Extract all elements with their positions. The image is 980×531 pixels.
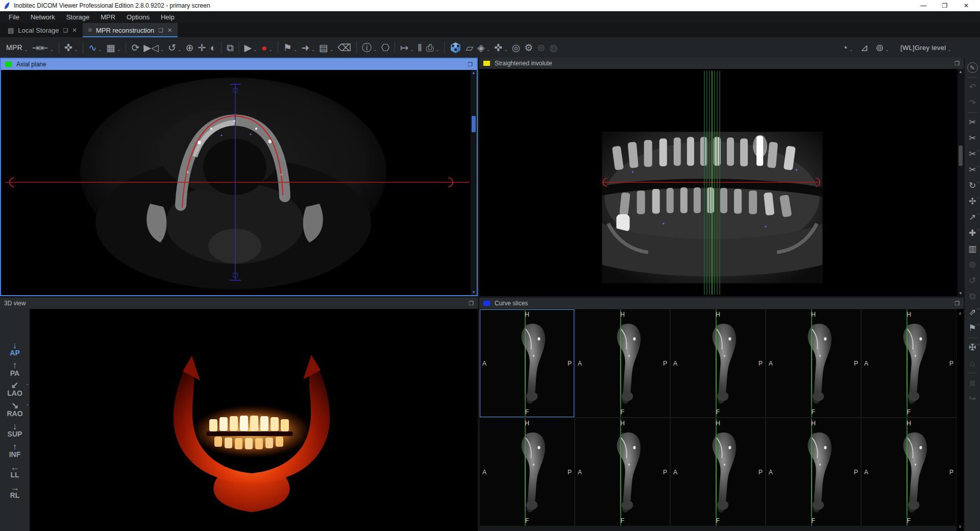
tab-expand-icon[interactable]: ❏ — [158, 27, 163, 34]
curve-slice-tile[interactable]: H A P F — [766, 418, 861, 526]
menu-options[interactable]: Options — [121, 12, 155, 22]
cut-polygon-button[interactable]: ✂ — [965, 114, 980, 130]
fit-zoom-button[interactable]: ⇗ ⌄ — [965, 304, 980, 320]
orient-inf-button[interactable]: ↑ INF — [9, 443, 21, 458]
dropdown-caret-icon[interactable]: ⌄ — [976, 306, 979, 310]
move-patient-button[interactable]: ✜⌄ — [492, 39, 509, 56]
dropdown-caret-icon[interactable]: ⌄ — [117, 47, 121, 52]
orient-rao-button[interactable]: ↘ RAO ⌄ — [7, 402, 22, 418]
dropdown-caret-icon[interactable]: ⌄ — [24, 47, 28, 52]
3d-viewport[interactable]: ↓ AP ↑ PA ↙ LAO ⌄ ↘ RAO ⌄ ↓ SUP ↑ INF ← … — [0, 309, 478, 531]
dropdown-caret-icon[interactable]: ⌄ — [311, 47, 315, 52]
dropdown-caret-icon[interactable]: ⌄ — [976, 196, 979, 200]
dropdown-caret-icon[interactable]: ⌄ — [410, 47, 414, 52]
panel-maximize-icon[interactable]: ❐ — [954, 60, 960, 67]
rotate-view-button[interactable]: ⟳ — [129, 39, 141, 56]
scroll-thumb[interactable] — [472, 116, 476, 132]
eraser-button[interactable]: ⌫ — [335, 39, 353, 56]
dropdown-caret-icon[interactable]: ⌄ — [268, 47, 273, 52]
slices-scroll-down-icon[interactable]: ∨ — [957, 524, 963, 529]
dropdown-caret-icon[interactable]: ⌄ — [976, 227, 979, 231]
orient-rl-button[interactable]: → RL — [10, 484, 20, 499]
contrast-tool-button[interactable]: ◐ — [208, 39, 217, 56]
dropdown-caret-icon[interactable]: ⌄ — [373, 47, 377, 52]
slices-scroll-up-icon[interactable]: ∧ — [957, 311, 963, 316]
curve-slice-tile[interactable]: H A P F — [671, 418, 765, 526]
palette-volume-button[interactable]: ⊚ — [965, 257, 980, 273]
marker-pin-button[interactable]: ⚑ ⌄ — [965, 320, 980, 336]
location-marker-button[interactable]: ⚑⌄ — [281, 39, 300, 56]
involute-viewport[interactable]: ▲ ▼ — [479, 69, 964, 296]
orient-ll-button[interactable]: ← LL — [10, 463, 19, 479]
tab-close-icon[interactable]: ✕ — [72, 27, 77, 34]
involute-scrollbar[interactable]: ▲ ▼ — [958, 69, 964, 296]
dropdown-caret-icon[interactable]: ⌄ — [435, 47, 439, 52]
panel-maximize-icon[interactable]: ❐ — [954, 300, 960, 307]
export-model-button[interactable]: ↪ — [965, 391, 980, 406]
implant-tool-button[interactable]: ✠ ⌄ — [965, 340, 980, 355]
dropdown-caret-icon[interactable]: ⌄ — [947, 47, 951, 52]
dropdown-caret-icon[interactable]: ⌄ — [976, 291, 979, 295]
curve-slice-tile[interactable]: H A P F — [862, 309, 956, 417]
menu-network[interactable]: Network — [25, 12, 61, 22]
scale-volume-button[interactable]: ↗ ⌄ — [965, 209, 980, 225]
dropdown-caret-icon[interactable]: ⌄ — [330, 47, 334, 52]
menu-help[interactable]: Help — [155, 12, 180, 22]
slice-stack-button[interactable]: ⫴ — [416, 39, 424, 56]
involute-panel-header[interactable]: Straightened involute ❐ — [479, 58, 964, 69]
dropdown-caret-icon[interactable]: ⌄ — [293, 47, 298, 52]
zoom-tool-button[interactable]: ⊕ — [184, 39, 196, 56]
layout-grid-button[interactable]: ▦⌄ — [104, 39, 123, 56]
bone-segments-button[interactable]: ⧈ — [965, 375, 980, 391]
orient-ap-button[interactable]: ↓ AP — [10, 341, 19, 357]
wl-preset-button[interactable]: [WL]Grey level⌄ — [894, 39, 953, 56]
annotations-off-button[interactable]: ✎ — [965, 60, 980, 76]
pan-tool-button[interactable]: ✛ — [195, 39, 208, 56]
crown-tool-button[interactable]: ⌂ — [965, 355, 980, 371]
print-button[interactable]: ⎙⌄ — [424, 39, 442, 56]
flip-horizontal-button[interactable]: ▶◁⌄ — [141, 39, 166, 56]
cube-axes-button[interactable]: ◈⌄ — [475, 39, 492, 56]
dropdown-caret-icon[interactable]: ⌄ — [849, 47, 853, 52]
curve-tool-button[interactable]: ∿⌄ — [86, 39, 104, 56]
cells-layout-button[interactable]: ⎔ — [379, 39, 392, 56]
play-button[interactable]: ▶⌄ — [242, 39, 259, 56]
curve-slice-tile[interactable]: H A P F — [575, 418, 670, 526]
menu-file[interactable]: File — [3, 12, 25, 22]
palette-button[interactable]: ⊚⌄ — [874, 39, 891, 56]
panel-maximize-icon[interactable]: ❐ — [469, 300, 474, 307]
zoom-target-button[interactable]: ◎ — [510, 39, 523, 56]
curve-slice-tile[interactable]: H A P F — [575, 309, 670, 417]
rotate-volume-button[interactable]: ↻ ⌄ — [965, 178, 980, 194]
dropdown-caret-icon[interactable]: ⌄ — [976, 275, 979, 279]
axial-viewport[interactable]: ▲ ▼ — [1, 70, 477, 295]
tab-expand-icon[interactable]: ❏ — [63, 27, 68, 34]
curve-slice-tile[interactable]: H A P F — [480, 309, 574, 417]
curve-slice-tile[interactable]: H A P F — [480, 418, 574, 526]
orient-pa-button[interactable]: ↑ PA — [10, 361, 19, 377]
redo-button[interactable]: ↷ — [965, 95, 980, 111]
histogram-button[interactable]: ⊿ — [859, 39, 871, 56]
dropdown-caret-icon[interactable]: ⌄ — [98, 47, 102, 52]
curve-slice-tile[interactable]: H A P F — [671, 309, 765, 417]
cine-stack-button[interactable]: ⧉ — [225, 39, 236, 56]
dropdown-caret-icon[interactable]: ⌄ — [976, 342, 979, 346]
orient-sup-button[interactable]: ↓ SUP — [8, 422, 22, 438]
3d-panel-header[interactable]: 3D view ❐ — [0, 298, 478, 309]
dropdown-caret-icon[interactable]: ⌄ — [50, 47, 54, 52]
dropdown-caret-icon[interactable]: ⌄ — [885, 47, 889, 52]
curve-slice-tile[interactable]: H A P F — [766, 309, 861, 417]
debug-button[interactable]: ◍ — [547, 39, 560, 56]
dropdown-caret-icon[interactable]: ⌄ — [976, 148, 979, 152]
tab-local-storage[interactable]: ▤ Local Storage ❏ ✕ — [2, 23, 83, 37]
plugins-button[interactable]: ⊛ — [535, 39, 547, 56]
close-button[interactable]: ✕ — [955, 0, 977, 11]
add-curve-button[interactable]: ✚ ⌄ — [965, 225, 980, 241]
cut-region-button[interactable]: ✂ ⌄ — [965, 162, 980, 178]
scroll-up-icon[interactable]: ▲ — [958, 69, 964, 74]
export-series-button[interactable]: ↦⌄ — [398, 39, 415, 56]
edit-nodes-button[interactable]: ✣ ⌄ — [965, 194, 980, 209]
localizer-pointer-button[interactable]: ✜⌄ — [62, 39, 80, 56]
merge-regions-button[interactable]: ⧉ ⌄ — [965, 288, 980, 304]
settings-button[interactable]: ⚙ — [522, 39, 535, 56]
